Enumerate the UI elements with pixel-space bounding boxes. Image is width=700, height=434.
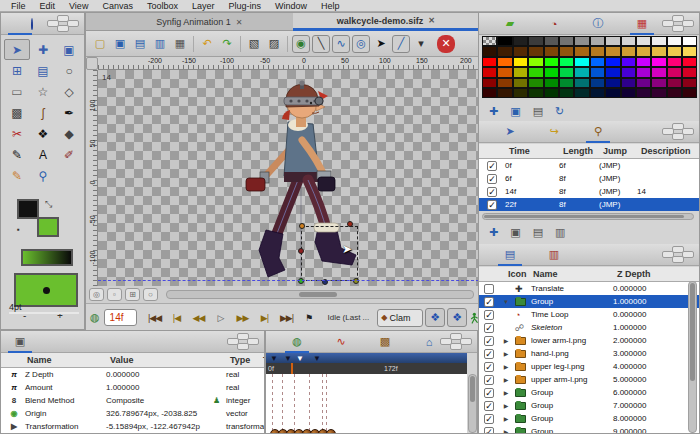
selection-handle[interactable]	[353, 278, 359, 284]
palette-color-cell[interactable]	[605, 88, 620, 98]
palette-color-cell[interactable]	[482, 78, 497, 88]
expand-icon[interactable]: ▶	[501, 350, 511, 357]
palette-color-cell[interactable]	[621, 67, 636, 77]
toggle-timebar-button[interactable]: ◎	[89, 288, 104, 301]
palette-color-cell[interactable]	[605, 67, 620, 77]
collapse-icon[interactable]: ▼	[501, 299, 511, 305]
palette-color-cell[interactable]	[667, 67, 682, 77]
close-canvas-button[interactable]: ✕	[437, 35, 455, 53]
layer-visible-checkbox[interactable]: ✓	[484, 336, 494, 346]
keyframe-jump-link[interactable]: (JMP)	[599, 161, 620, 170]
palette-color-cell[interactable]	[574, 88, 589, 98]
vertical-ruler[interactable]: 100500-50-100	[86, 70, 98, 286]
tab-params[interactable]: ▣	[7, 332, 33, 352]
panel-dock-buttons[interactable]	[662, 246, 696, 264]
timetrack-keyframe-marker[interactable]: ▼	[284, 354, 292, 363]
palette-color-cell[interactable]	[513, 46, 528, 56]
tool-rotate[interactable]: ▤	[30, 60, 56, 81]
palette-color-cell[interactable]	[482, 67, 497, 77]
palette-color-cell[interactable]	[559, 88, 574, 98]
palette-color-cell[interactable]	[605, 78, 620, 88]
tab-children[interactable]: ▩	[372, 332, 398, 352]
menu-plugins[interactable]: Plug-ins	[221, 1, 268, 11]
duck-option-dropdown[interactable]: ▾	[412, 35, 430, 53]
timetrack-keyframe-bar[interactable]: ▼▼▼▼	[266, 353, 467, 363]
timetrack-keyframe-marker[interactable]: ▼	[313, 354, 321, 363]
palette-color-cell[interactable]	[682, 46, 697, 56]
layer-visible-checkbox[interactable]: ✓	[484, 414, 494, 424]
palette-color-cell[interactable]	[682, 36, 697, 46]
tool-zoom[interactable]: ⚲	[30, 165, 56, 186]
tab-history[interactable]: ↪	[541, 122, 567, 142]
layer-row[interactable]: ✓▼Group1.000000	[479, 295, 699, 308]
toggle-radius-ducks[interactable]: ◎	[352, 35, 370, 53]
timetrack-keyframe-marker[interactable]: ▼	[296, 354, 304, 363]
palette-color-cell[interactable]	[513, 67, 528, 77]
layer-visible-checkbox[interactable]: ✓	[484, 310, 494, 320]
default-interpolation-dropdown[interactable]: ◆ Clam	[377, 309, 423, 327]
layer-visible-checkbox[interactable]: ✓	[484, 388, 494, 398]
add-keyframe-button[interactable]: ✚	[489, 226, 498, 239]
save-button[interactable]: ▣	[111, 35, 129, 53]
canvas-tab-synfig-animation-1[interactable]: Synfig Animation 1✕	[106, 13, 293, 31]
menu-help[interactable]: Help	[314, 1, 347, 11]
onion-skin-past-button[interactable]: ❖	[425, 308, 445, 327]
canvas-tab-walkcycle-demo-sifz[interactable]: walkcycle-demo.sifz✕	[293, 13, 480, 31]
expand-icon[interactable]: ▶	[501, 415, 511, 422]
tool-brush[interactable]: ❖	[30, 123, 56, 144]
palette-color-cell[interactable]	[605, 36, 620, 46]
palette-color-cell[interactable]	[544, 67, 559, 77]
palette-color-cell[interactable]	[559, 78, 574, 88]
palette-color-cell[interactable]	[636, 67, 651, 77]
fill-color-swatch[interactable]	[17, 199, 39, 219]
palette-color-cell[interactable]	[482, 88, 497, 98]
seek-end-button[interactable]: ▶▶|	[275, 309, 297, 327]
palette-color-cell[interactable]	[667, 57, 682, 67]
next-frame-button[interactable]: ▶▶	[231, 309, 253, 327]
keyframe-row[interactable]: ✓22f8f(JMP)	[479, 198, 699, 211]
expand-icon[interactable]: ▶	[501, 402, 511, 409]
save-all-button[interactable]: ▦	[171, 35, 189, 53]
new-doc-button[interactable]: ▢	[91, 35, 109, 53]
palette-color-cell[interactable]	[574, 36, 589, 46]
palette-color-cell[interactable]	[621, 57, 636, 67]
param-row[interactable]: 8Blend MethodComposite♟integer	[1, 394, 264, 407]
palette-color-cell[interactable]	[621, 78, 636, 88]
tab-keyframes[interactable]: ⚲	[585, 122, 611, 142]
palette-color-cell[interactable]	[513, 78, 528, 88]
palette-color-cell[interactable]	[682, 88, 697, 98]
keyframe-properties-button[interactable]: ▥	[555, 226, 565, 239]
palette-color-cell[interactable]	[667, 46, 682, 56]
keyframes-h-scrollbar[interactable]	[482, 213, 694, 220]
fit-canvas-button[interactable]: ⊞	[125, 288, 140, 301]
palette-color-cell[interactable]	[590, 36, 605, 46]
palette-color-cell[interactable]	[636, 46, 651, 56]
keyframe-row[interactable]: ✓0f6f(JMP)	[479, 159, 699, 172]
tool-draw[interactable]: ✒	[56, 102, 82, 123]
tool-rectangle[interactable]: ▭	[4, 81, 30, 102]
palette-color-cell[interactable]	[528, 78, 543, 88]
palette-color-cell[interactable]	[497, 67, 512, 77]
palette-color-cell[interactable]	[482, 57, 497, 67]
palette-color-cell[interactable]	[590, 78, 605, 88]
selection-handle[interactable]	[298, 248, 304, 254]
timetrack-body[interactable]	[266, 374, 467, 434]
seek-begin-button[interactable]: |◀◀	[143, 309, 165, 327]
save-as-button[interactable]: ▤	[131, 35, 149, 53]
preview-button[interactable]: ▨	[265, 35, 283, 53]
tool-mirror[interactable]: ▣	[56, 39, 82, 60]
open-palette-button[interactable]: ▤	[533, 105, 543, 118]
prev-frame-button[interactable]: ◀◀	[187, 309, 209, 327]
close-tab-icon[interactable]: ✕	[428, 16, 435, 25]
swap-colors-icon[interactable]: ⤡	[45, 199, 52, 210]
panel-dock-buttons[interactable]	[662, 123, 696, 141]
layer-row[interactable]: ✓◔Time Loop0.000000	[479, 308, 699, 321]
toggle-vertex-ducks[interactable]: ╲	[312, 35, 330, 53]
tool-eyedrop[interactable]: ✎	[4, 144, 30, 165]
palette-color-cell[interactable]	[574, 46, 589, 56]
zoom-reset-button[interactable]: ▫	[107, 288, 122, 301]
tab-toolbox[interactable]	[7, 14, 33, 34]
tab-canvas-browser[interactable]: ▥	[541, 245, 567, 265]
menu-window[interactable]: Window	[268, 1, 314, 11]
panel-dock-buttons[interactable]	[440, 333, 474, 351]
